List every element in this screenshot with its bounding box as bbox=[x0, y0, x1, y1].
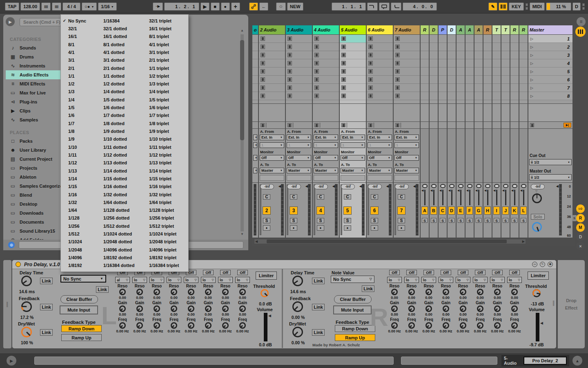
clip-stop-icon[interactable] bbox=[261, 36, 265, 41]
scroll-down-icon[interactable]: ▼ bbox=[239, 232, 245, 237]
freq-knob[interactable] bbox=[494, 322, 501, 329]
clip-slot[interactable] bbox=[313, 43, 339, 51]
menu-item-row[interactable]: 1/10 1/11 dotted 1/11 triplet bbox=[61, 143, 188, 151]
track-title[interactable]: T bbox=[492, 25, 501, 34]
track-title[interactable]: R bbox=[510, 25, 519, 34]
menu-item-row[interactable]: 4/1 4/1 dotted 3/1 triplet bbox=[61, 48, 188, 56]
reso-knob[interactable] bbox=[391, 289, 398, 295]
fader-handle-icon[interactable]: ◀ bbox=[556, 184, 559, 188]
re-enable-automation-button[interactable]: ← bbox=[259, 2, 268, 11]
session-record-button[interactable]: ○ bbox=[276, 2, 286, 11]
freq-knob[interactable] bbox=[408, 322, 415, 329]
fader-handle-icon[interactable]: ◀ bbox=[484, 189, 486, 192]
filter-type-select[interactable]: lo▽ bbox=[132, 277, 147, 283]
input-channel-select[interactable]: 1▼ bbox=[287, 142, 311, 148]
track-activator-button[interactable]: 6 bbox=[370, 206, 379, 215]
clip-slot[interactable] bbox=[313, 51, 339, 59]
menu-item[interactable]: 1/4 bbox=[68, 97, 103, 102]
device-view-grip[interactable]: ║ bbox=[3, 260, 11, 348]
filter-type-select[interactable]: lo▽ bbox=[235, 277, 250, 283]
mini-fader[interactable] bbox=[478, 190, 479, 205]
track-title[interactable]: 3 Audio bbox=[286, 25, 312, 34]
track-title[interactable]: R bbox=[519, 25, 528, 34]
mini-fader[interactable] bbox=[460, 190, 461, 205]
filter-off-button[interactable]: Off bbox=[203, 270, 214, 275]
scene-slot[interactable]: ▷ 7 bbox=[528, 84, 572, 92]
clip-slot[interactable] bbox=[286, 76, 312, 84]
feedback-knob-right[interactable] bbox=[292, 301, 303, 312]
clip-slot[interactable] bbox=[259, 35, 285, 43]
gain-knob[interactable] bbox=[136, 305, 143, 312]
link-button[interactable]: Link bbox=[312, 304, 325, 310]
menu-item[interactable]: 32/1 dotted bbox=[103, 26, 149, 31]
loop-start-field[interactable]: 1. 1. 1 bbox=[332, 2, 366, 11]
pan-knob[interactable] bbox=[521, 184, 526, 188]
solo-button[interactable]: S bbox=[290, 218, 297, 223]
loop-length-field[interactable]: 4. 0. 0 bbox=[403, 2, 437, 11]
menu-item-row[interactable]: 1/7 1/8 dotted 1/8 triplet bbox=[61, 119, 188, 127]
nudge-up-button[interactable]: |||| bbox=[52, 2, 61, 11]
track-activator-button[interactable]: H bbox=[484, 206, 491, 215]
time-signature-field[interactable]: 4 / 4 bbox=[62, 2, 80, 11]
mini-fader[interactable] bbox=[496, 190, 497, 205]
output-select[interactable]: Master▼ bbox=[394, 168, 419, 173]
menu-item[interactable]: 1/8192 triplet bbox=[149, 255, 188, 260]
tap-tempo-button[interactable]: TAP bbox=[5, 2, 19, 11]
filter-type-select[interactable]: lo▽ bbox=[439, 277, 453, 283]
menu-item[interactable]: 1/2 triplet bbox=[149, 74, 188, 79]
monitor-select[interactable]: Off▼ bbox=[287, 155, 311, 161]
feedback-knob-left[interactable] bbox=[21, 301, 32, 312]
show-io-button[interactable]: I-O bbox=[576, 204, 585, 213]
reso-knob[interactable] bbox=[511, 289, 518, 295]
menu-item[interactable]: 1/1024 triplet bbox=[149, 231, 188, 236]
freq-knob[interactable] bbox=[391, 322, 398, 329]
filter-type-select[interactable]: lo▽ bbox=[404, 277, 419, 283]
scene-slot[interactable]: ▷ 8 bbox=[528, 92, 572, 100]
monitor-select[interactable]: Off▼ bbox=[394, 155, 419, 161]
track-title[interactable]: 6 Audio bbox=[367, 25, 393, 34]
sidebar-item[interactable]: ▭ Downloads bbox=[6, 209, 66, 218]
menu-item[interactable]: 3/1 bbox=[68, 58, 103, 63]
scrollbar-thumb[interactable] bbox=[240, 40, 244, 140]
record-button[interactable]: ● bbox=[221, 2, 230, 11]
link-button[interactable]: Link bbox=[40, 278, 53, 284]
sidebar-item[interactable]: ▭ Max for Live bbox=[6, 88, 66, 97]
link-button[interactable]: Link bbox=[40, 329, 53, 336]
menu-item-row[interactable]: 1/128 1/256 dotted 1/256 triplet bbox=[61, 214, 188, 222]
menu-item-row[interactable]: 1/1024 1/2048 dotted 1/2048 triplet bbox=[61, 238, 188, 246]
menu-item[interactable]: 1/128 dotted bbox=[103, 208, 149, 213]
track-activator-button[interactable]: K bbox=[511, 206, 518, 215]
sidebar-item[interactable]: ≡ MIDI Effects bbox=[6, 79, 66, 88]
menu-item[interactable]: 3/1 triplet bbox=[149, 50, 188, 55]
menu-item[interactable]: 1/2048 bbox=[68, 247, 103, 252]
pan-knob[interactable] bbox=[512, 184, 517, 188]
track-title[interactable]: A bbox=[474, 25, 483, 34]
menu-item-row[interactable]: 1/4 1/5 dotted 1/5 triplet bbox=[61, 96, 188, 103]
menu-item[interactable]: 1/10 bbox=[68, 145, 103, 150]
track-activator-button[interactable]: G bbox=[475, 206, 482, 215]
sidebar-item[interactable]: □ Packs bbox=[6, 137, 66, 146]
track-activator-button[interactable]: B bbox=[430, 206, 437, 215]
menu-item[interactable]: 2/1 triplet bbox=[149, 58, 188, 63]
menu-item[interactable]: 1/6 bbox=[68, 113, 103, 118]
fader-handle-icon[interactable]: ◀ bbox=[430, 189, 432, 192]
filter-type-select[interactable]: lo▽ bbox=[387, 277, 402, 283]
volume-fader[interactable] bbox=[368, 184, 369, 235]
menu-item[interactable]: 1/3 bbox=[68, 89, 103, 94]
track-title[interactable]: R bbox=[421, 25, 429, 34]
session-horizontal-scrollbar[interactable]: ◀ ▶ bbox=[254, 239, 526, 244]
sidebar-item[interactable]: ▭ Blend bbox=[6, 191, 66, 200]
clip-slot[interactable] bbox=[313, 84, 339, 92]
follow-button[interactable]: ∙∙▶ bbox=[153, 2, 163, 11]
menu-item[interactable]: 16/1 dotted bbox=[103, 34, 149, 39]
solo-button[interactable]: S bbox=[371, 218, 378, 223]
filter-off-button[interactable]: Off bbox=[492, 270, 503, 275]
freq-knob[interactable] bbox=[154, 322, 160, 329]
delay-time-knob-right[interactable] bbox=[292, 276, 303, 286]
filter-off-button[interactable]: Off bbox=[423, 270, 434, 275]
menu-item-row[interactable]: 1/4096 1/8192 dotted 1/8192 triplet bbox=[61, 254, 188, 261]
reso-knob[interactable] bbox=[477, 289, 483, 295]
track-title[interactable]: D bbox=[430, 25, 438, 34]
menu-item[interactable]: 1/16384 triplet bbox=[149, 263, 188, 268]
sidebar-item[interactable]: ≋ Audio Effects bbox=[6, 70, 66, 79]
